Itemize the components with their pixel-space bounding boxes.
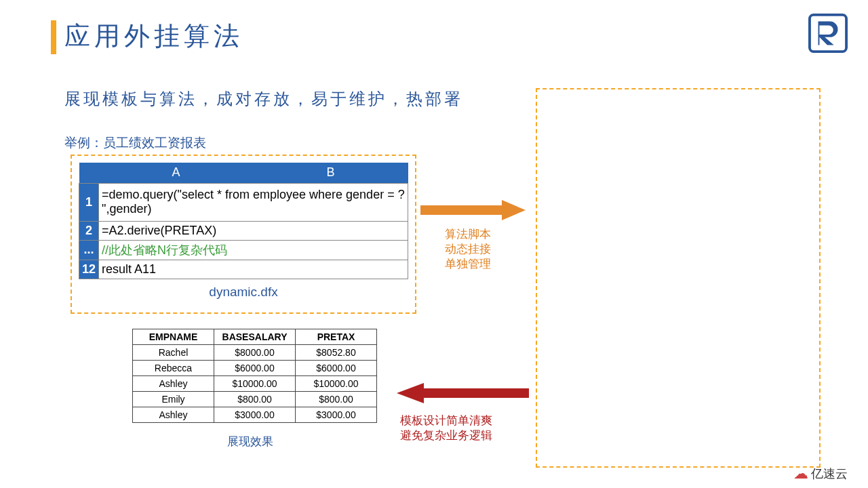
logo-r-icon [808,14,848,53]
col-a: A [99,163,254,183]
table-row: Rebecca$6000.00$6000.00 [133,361,377,376]
cell-comment: //此处省略N行复杂代码 [99,240,408,260]
table-row: Ashley$10000.00$10000.00 [133,376,377,392]
table-row: Ashley$3000.00$3000.00 [133,407,377,423]
arrow-left-icon [397,383,529,403]
cell-a12: result A11 [99,260,408,279]
arrow-right-icon [420,200,526,220]
example-label: 举例：员工绩效工资报表 [64,134,206,152]
result-table: EMPNAMEBASESALARYPRETAX Rachel$8000.00$8… [132,329,377,423]
brand-footer: ☁亿速云 [793,465,848,483]
dfx-script-box: AB 1=demo.query("select * from employee … [71,155,416,314]
arrow-right-text: 算法脚本 动态挂接 单独管理 [445,227,491,272]
table-row: Rachel$8000.00$8052.80 [133,345,377,361]
table-row: Emily$800.00$800.00 [133,392,377,407]
cloud-icon: ☁ [793,465,808,483]
subtitle: 展现模板与算法，成对存放，易于维护，热部署 [64,88,463,110]
cell-a1: =demo.query("select * from employee wher… [99,183,408,221]
design-box: R数据集设置× 名称类型数据源 ds1集算器demo 确定(O) 取消(C) 增… [536,88,821,468]
page-title: 应用外挂算法 [64,19,243,54]
svg-rect-0 [810,15,846,52]
dfx-filename: dynamic.dfx [79,285,408,300]
title-accent [51,20,56,54]
result-caption: 展现效果 [227,434,273,449]
cell-a2: =A2.derive(PRETAX) [99,221,408,240]
col-b: B [254,163,408,183]
dfx-table: AB 1=demo.query("select * from employee … [79,163,408,279]
arrow-left-text: 模板设计简单清爽 避免复杂业务逻辑 [400,413,492,443]
